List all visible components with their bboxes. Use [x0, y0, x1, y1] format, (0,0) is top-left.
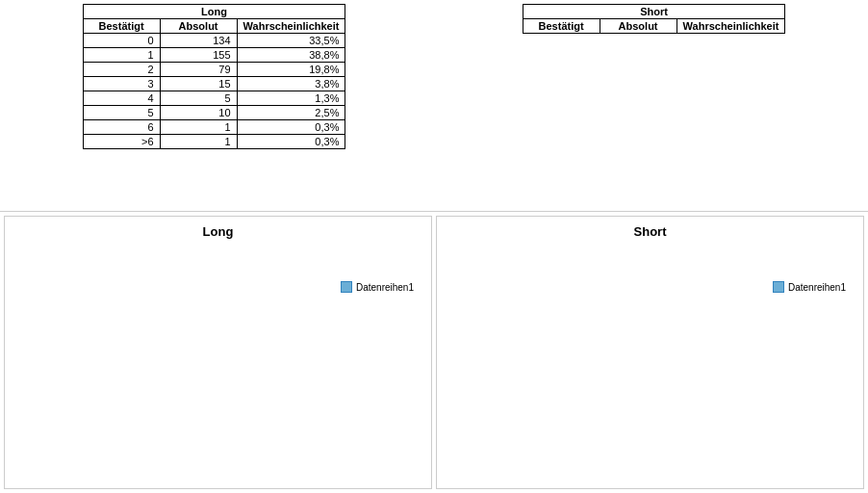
main-container: Long Bestätigt Absolut Wahrscheinlichkei… [0, 0, 868, 493]
long-table: Long Bestätigt Absolut Wahrscheinlichkei… [83, 4, 346, 149]
short-chart-legend: Datenreihen1 [773, 281, 846, 293]
table-row: 79 [160, 63, 237, 77]
table-row: 134 [160, 34, 237, 48]
table-row: 0 [83, 34, 160, 48]
table-row: 1 [83, 48, 160, 63]
table-row: 38,8% [237, 48, 345, 63]
short-chart-container: Short Datenreihen1 [436, 216, 864, 489]
table-row: 2,5% [237, 106, 345, 120]
long-chart-title: Long [203, 224, 234, 239]
short-header-absolut: Absolut [600, 19, 677, 34]
table-row: 5 [83, 106, 160, 120]
long-legend-box [341, 281, 352, 293]
table-row: 6 [83, 120, 160, 135]
table-row: 3 [83, 77, 160, 91]
table-row: 19,8% [237, 63, 345, 77]
short-legend-label: Datenreihen1 [788, 282, 846, 293]
long-legend-label: Datenreihen1 [356, 282, 414, 293]
table-row: 1,3% [237, 91, 345, 106]
table-row: 10 [160, 106, 237, 120]
table-row: 5 [160, 91, 237, 106]
long-header-wahrscheinlichkeit: Wahrscheinlichkeit [237, 19, 345, 34]
short-table-title: Short [523, 5, 785, 19]
long-table-wrapper: Long Bestätigt Absolut Wahrscheinlichkei… [4, 4, 424, 207]
table-row: 0,3% [237, 120, 345, 135]
long-header-bestatigt: Bestätigt [83, 19, 160, 34]
table-row: 1 [160, 135, 237, 149]
table-row: >6 [83, 135, 160, 149]
long-chart-inner: Datenreihen1 [13, 243, 423, 480]
short-bar-chart [445, 243, 855, 480]
table-row: 15 [160, 77, 237, 91]
short-chart-title: Short [634, 224, 667, 239]
short-table: Short Bestätigt Absolut Wahrscheinlichke… [523, 4, 786, 34]
table-row: 33,5% [237, 34, 345, 48]
short-table-wrapper: Short Bestätigt Absolut Wahrscheinlichke… [444, 4, 864, 207]
long-chart-legend: Datenreihen1 [341, 281, 414, 293]
tables-section: Long Bestätigt Absolut Wahrscheinlichkei… [0, 0, 868, 212]
table-row: 1 [160, 120, 237, 135]
short-header-bestatigt: Bestätigt [523, 19, 600, 34]
long-header-absolut: Absolut [160, 19, 237, 34]
table-row: 3,8% [237, 77, 345, 91]
table-row: 0,3% [237, 135, 345, 149]
long-table-title: Long [83, 5, 345, 19]
table-row: 2 [83, 63, 160, 77]
charts-section: Long Datenreihen1 Short Datenreihen1 [0, 212, 868, 493]
long-bar-chart [13, 243, 423, 480]
short-chart-inner: Datenreihen1 [445, 243, 855, 480]
table-row: 4 [83, 91, 160, 106]
table-row: 155 [160, 48, 237, 63]
short-legend-box [773, 281, 784, 293]
long-chart-container: Long Datenreihen1 [4, 216, 432, 489]
short-header-wahrscheinlichkeit: Wahrscheinlichkeit [677, 19, 785, 34]
